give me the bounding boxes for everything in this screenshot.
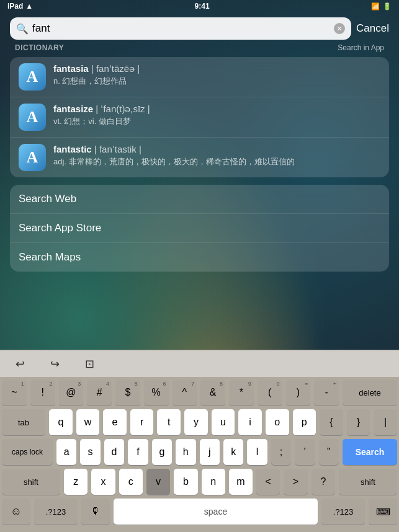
search-key[interactable]: Search [343, 439, 397, 465]
key-dollar[interactable]: 5$ [115, 379, 140, 406]
num123-key-left[interactable]: .?123 [34, 499, 78, 525]
key-minus[interactable]: +- [314, 379, 339, 406]
key-a[interactable]: a [56, 439, 76, 465]
cancel-button[interactable]: Cancel [356, 22, 389, 35]
search-input[interactable]: fant [32, 22, 330, 35]
keyboard: ↩ ↪ ⊡ 1~ 2! 3@ 4# 5$ 6% 7^ 8& 9* 0( =) +… [0, 350, 399, 532]
emoji-key[interactable]: ☺ [2, 499, 30, 525]
key-w[interactable]: w [76, 409, 100, 435]
search-magnify-icon: 🔍 [16, 23, 29, 35]
key-d[interactable]: d [104, 439, 124, 465]
dictionary-section-header: DICTIONARY Search in App [10, 40, 389, 56]
dict-icon-fantasize: A [19, 104, 46, 131]
key-e[interactable]: e [103, 409, 127, 435]
key-i[interactable]: i [238, 409, 262, 435]
dict-item-fantastic[interactable]: A fantastic | fanˈtastik | adj. 非常棒的，荒唐的… [10, 138, 389, 177]
key-r[interactable]: r [130, 409, 154, 435]
search-bar[interactable]: 🔍 fant [10, 17, 351, 40]
key-j[interactable]: j [200, 439, 220, 465]
dict-definition-fantastic: adj. 非常棒的，荒唐的，极快的，极大的，稀奇古怪的，难以置信的 [53, 156, 380, 167]
key-q[interactable]: q [49, 409, 73, 435]
keyboard-toolbar: ↩ ↪ ⊡ [0, 350, 399, 377]
key-x[interactable]: x [91, 469, 115, 495]
dict-item-fantasia[interactable]: A fantasia | fanˈtāzēə | n. 幻想曲，幻想作品 [10, 57, 389, 97]
key-g[interactable]: g [152, 439, 172, 465]
key-hash[interactable]: 4# [87, 379, 112, 406]
dict-word-fantastic: fantastic [53, 144, 92, 154]
key-p[interactable]: p [293, 409, 316, 435]
undo-button[interactable]: ↩ [7, 353, 32, 375]
keyboard-icon-key[interactable]: ⌨ [369, 499, 397, 525]
dict-word-fantasize: fantasize [53, 104, 93, 114]
key-comma[interactable]: < [256, 469, 280, 495]
search-app-store-button[interactable]: Search App Store [10, 214, 389, 243]
shift-key-left[interactable]: shift [2, 469, 60, 495]
search-in-app-button[interactable]: Search in App [338, 43, 384, 52]
key-lbracket[interactable]: { [320, 409, 343, 435]
search-clear-button[interactable] [334, 23, 345, 34]
key-f[interactable]: f [128, 439, 148, 465]
key-tilde[interactable]: 1~ [2, 379, 27, 406]
dictionary-results: A fantasia | fanˈtāzēə | n. 幻想曲，幻想作品 A f… [10, 57, 389, 177]
paste-button[interactable]: ⊡ [77, 353, 102, 375]
dict-definition-fantasia: n. 幻想曲，幻想作品 [53, 76, 380, 87]
key-row-5: ☺ .?123 🎙 space .?123 ⌨ [2, 499, 397, 525]
tab-key[interactable]: tab [2, 409, 45, 435]
status-bar-time: 9:41 [195, 2, 210, 11]
caps-lock-key[interactable]: caps lock [2, 439, 53, 465]
ipad-label: iPad [7, 2, 23, 11]
dict-pronunciation-fantastic: | fanˈtastik | [92, 144, 141, 154]
redo-button[interactable]: ↪ [42, 353, 67, 375]
dict-definition-fantasize: vt. 幻想；vi. 做白日梦 [53, 116, 380, 127]
num123-key-right[interactable]: .?123 [321, 499, 365, 525]
dict-title-fantasize: fantasize | ˈfan(t)əˌsīz | [53, 104, 380, 115]
key-ampersand[interactable]: 8& [200, 379, 225, 406]
space-key[interactable]: space [114, 499, 318, 525]
search-web-button[interactable]: Search Web [10, 185, 389, 214]
key-l[interactable]: l [247, 439, 267, 465]
key-y[interactable]: y [184, 409, 208, 435]
results-container: DICTIONARY Search in App A fantasia | fa… [10, 40, 389, 272]
dict-pronunciation-fantasia: | fanˈtāzēə | [89, 63, 140, 74]
key-o[interactable]: o [266, 409, 289, 435]
key-at[interactable]: 3@ [59, 379, 84, 406]
key-slash[interactable]: ? [312, 469, 335, 495]
key-h[interactable]: h [176, 439, 195, 465]
key-rbracket[interactable]: } [347, 409, 370, 435]
key-k[interactable]: k [223, 439, 243, 465]
battery-icon: 🔋 [383, 2, 392, 11]
dict-item-fantasize[interactable]: A fantasize | ˈfan(t)əˌsīz | vt. 幻想；vi. … [10, 97, 389, 138]
keyboard-keys: 1~ 2! 3@ 4# 5$ 6% 7^ 8& 9* 0( =) +- dele… [0, 377, 399, 532]
dict-icon-letter-fantasia: A [27, 68, 38, 86]
key-exclamation[interactable]: 2! [30, 379, 55, 406]
key-semicolon[interactable]: ; [271, 439, 291, 465]
key-period[interactable]: > [284, 469, 307, 495]
key-b[interactable]: b [174, 469, 197, 495]
key-s[interactable]: s [80, 439, 100, 465]
search-maps-button[interactable]: Search Maps [10, 243, 389, 272]
dict-icon-fantastic: A [19, 144, 46, 171]
key-percent[interactable]: 6% [144, 379, 169, 406]
key-caret[interactable]: 7^ [173, 379, 197, 406]
key-n[interactable]: n [202, 469, 225, 495]
delete-key[interactable]: delete [343, 379, 397, 406]
key-row-2: tab q w e r t y u i o p { } | [2, 409, 397, 435]
key-lparen[interactable]: 0( [258, 379, 282, 406]
key-v[interactable]: v [146, 469, 170, 495]
key-t[interactable]: t [157, 409, 181, 435]
key-row-4: shift z x c v b n m < > ? shift [2, 469, 397, 495]
shift-key-right[interactable]: shift [339, 469, 397, 495]
mic-key[interactable]: 🎙 [81, 499, 110, 525]
key-rparen[interactable]: =) [286, 379, 311, 406]
dict-icon-letter-fantastic: A [27, 148, 38, 167]
dictionary-label: DICTIONARY [15, 43, 64, 52]
key-quote[interactable]: ' [295, 439, 315, 465]
key-z[interactable]: z [64, 469, 87, 495]
key-u[interactable]: u [212, 409, 235, 435]
key-asterisk[interactable]: 9* [229, 379, 254, 406]
key-m[interactable]: m [229, 469, 253, 495]
key-c[interactable]: c [119, 469, 143, 495]
key-pipe[interactable]: | [374, 409, 397, 435]
key-doublequote[interactable]: " [319, 439, 339, 465]
dict-content-fantasize: fantasize | ˈfan(t)əˌsīz | vt. 幻想；vi. 做白… [53, 104, 380, 127]
